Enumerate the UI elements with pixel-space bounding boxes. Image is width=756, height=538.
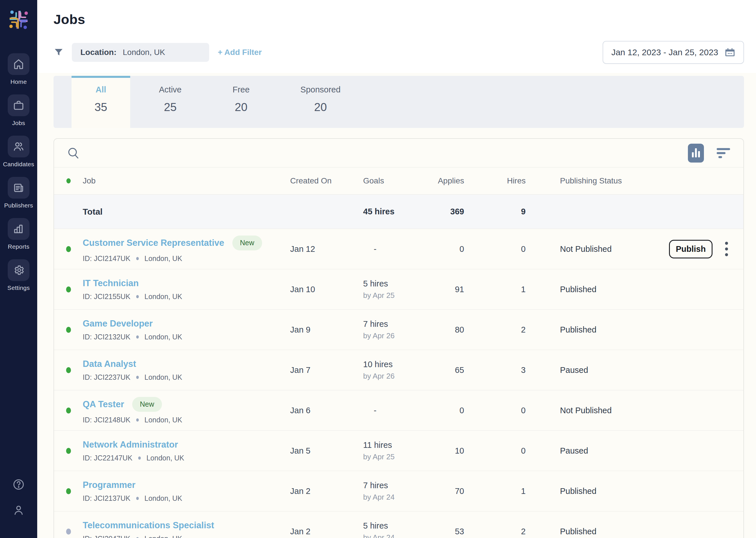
tab-active[interactable]: Active 25 (130, 76, 210, 128)
job-link[interactable]: Customer Service Representative (83, 238, 224, 248)
table-row[interactable]: Telecommunications Specialist ID: JCI204… (54, 511, 743, 538)
created-on-cell: Jan 10 (287, 285, 359, 294)
status-cell: Not Published (526, 406, 656, 415)
column-publishing-status: Publishing Status (526, 176, 656, 186)
column-job: Job (83, 176, 287, 186)
job-status-dot (66, 246, 71, 252)
page-body: All 35 Active 25 Free 20 Sponsored 20 (37, 73, 756, 538)
job-location: London, UK (144, 293, 182, 301)
briefcase-icon (8, 94, 29, 116)
home-icon (8, 53, 29, 75)
job-location: London, UK (144, 254, 182, 263)
job-link[interactable]: IT Technician (83, 278, 139, 289)
location-filter[interactable]: Location: London, UK (72, 43, 209, 62)
table-toolbar (54, 139, 743, 167)
tab-sponsored[interactable]: Sponsored 20 (272, 76, 369, 128)
filter-bar: Location: London, UK + Add Filter Jan 12… (54, 41, 744, 64)
table-row[interactable]: Data Analyst ID: JCI2237UK London, UK Ja… (54, 350, 743, 390)
sidebar-item-reports[interactable]: Reports (3, 218, 34, 250)
job-link[interactable]: Game Developer (83, 318, 153, 329)
job-link[interactable]: Programmer (83, 480, 135, 490)
goal-deadline: by Apr 26 (363, 372, 430, 381)
calendar-icon (725, 47, 735, 58)
total-label: Total (83, 207, 287, 217)
created-on-cell: Jan 5 (287, 446, 359, 456)
total-row: Total 45 hires 369 9 (54, 194, 743, 229)
job-status-dot (66, 407, 71, 413)
job-id: ID: JCI2147UK (83, 254, 131, 263)
status-cell: Paused (526, 446, 656, 456)
job-id: ID: JCI2148UK (83, 416, 131, 424)
table-row[interactable]: Network Administrator ID: JC22147UK Lond… (54, 431, 743, 471)
table-row[interactable]: QA Tester New ID: JCI2148UK London, UK J… (54, 390, 743, 431)
page-title: Jobs (54, 0, 744, 27)
goals-cell: 5 hires (363, 521, 430, 531)
applies-cell: 0 (430, 244, 464, 254)
job-location: London, UK (144, 373, 182, 381)
job-link[interactable]: Data Analyst (83, 359, 136, 369)
goal-deadline: by Apr 24 (363, 533, 430, 538)
kebab-menu-icon[interactable] (725, 241, 729, 257)
status-cell: Not Published (526, 244, 656, 254)
hires-cell: 1 (464, 487, 526, 496)
job-location: London, UK (146, 454, 184, 462)
applies-cell: 91 (430, 285, 464, 294)
goals-cell: 5 hires (363, 279, 430, 289)
separator-dot (136, 295, 139, 298)
hires-cell: 1 (464, 285, 526, 294)
column-goals: Goals (359, 176, 430, 186)
chart-view-button[interactable] (688, 144, 704, 163)
status-cell: Published (526, 487, 656, 496)
separator-dot (136, 335, 139, 339)
tab-free[interactable]: Free 20 (210, 76, 272, 128)
bar-chart-icon (8, 218, 29, 240)
sidebar-item-jobs[interactable]: Jobs (3, 94, 34, 127)
sidebar-nav: Home Jobs Candidates (3, 53, 34, 291)
separator-dot (136, 376, 139, 379)
sidebar-item-candidates[interactable]: Candidates (3, 135, 34, 168)
job-link[interactable]: Network Administrator (83, 440, 178, 450)
status-cell: Published (526, 325, 656, 335)
created-on-cell: Jan 7 (287, 365, 359, 375)
job-status-dot (66, 488, 71, 494)
table-row[interactable]: Game Developer ID: JCI2132UK London, UK … (54, 310, 743, 350)
table-row[interactable]: Customer Service Representative New ID: … (54, 229, 743, 269)
publish-button[interactable]: Publish (669, 240, 713, 258)
help-icon[interactable] (12, 478, 25, 491)
tab-all[interactable]: All 35 (72, 76, 130, 128)
page-header: Jobs Location: London, UK + Add Filter J… (37, 0, 756, 73)
job-id: ID: JCI2137UK (83, 494, 131, 503)
gear-icon (8, 259, 29, 281)
job-status-dot (66, 367, 71, 373)
job-id: ID: JC22147UK (83, 454, 133, 462)
job-status-dot (66, 448, 71, 454)
location-filter-value: London, UK (123, 48, 165, 57)
goals-cell: 7 hires (363, 319, 430, 329)
job-link[interactable]: Telecommunications Specialist (83, 520, 214, 531)
sidebar-item-publishers[interactable]: Publishers (3, 177, 34, 209)
sort-button[interactable] (716, 146, 731, 160)
separator-dot (136, 257, 139, 260)
account-icon[interactable] (12, 504, 25, 517)
column-hires: Hires (464, 176, 526, 186)
sidebar-footer (12, 478, 25, 517)
sidebar: Home Jobs Candidates (0, 0, 37, 538)
column-applies: Applies (430, 176, 464, 186)
date-range-picker[interactable]: Jan 12, 2023 - Jan 25, 2023 (603, 41, 744, 64)
table-row[interactable]: Programmer ID: JCI2137UK London, UK Jan … (54, 471, 743, 511)
table-row[interactable]: IT Technician ID: JCI2155UK London, UK J… (54, 269, 743, 310)
search-icon[interactable] (67, 146, 81, 160)
sidebar-item-home[interactable]: Home (3, 53, 34, 85)
add-filter-button[interactable]: + Add Filter (218, 48, 262, 57)
job-location: London, UK (144, 333, 182, 341)
users-icon (8, 135, 29, 157)
job-status-dot (66, 528, 71, 535)
goals-cell: 7 hires (363, 481, 430, 490)
jobs-table-card: Job Created On Goals Applies Hires Publi… (54, 138, 744, 538)
sidebar-item-settings[interactable]: Settings (3, 259, 34, 291)
job-link[interactable]: QA Tester (83, 399, 124, 409)
job-location: London, UK (144, 416, 182, 424)
hires-cell: 0 (464, 244, 526, 254)
created-on-cell: Jan 9 (287, 325, 359, 335)
total-goals: 45 hires (359, 207, 430, 216)
